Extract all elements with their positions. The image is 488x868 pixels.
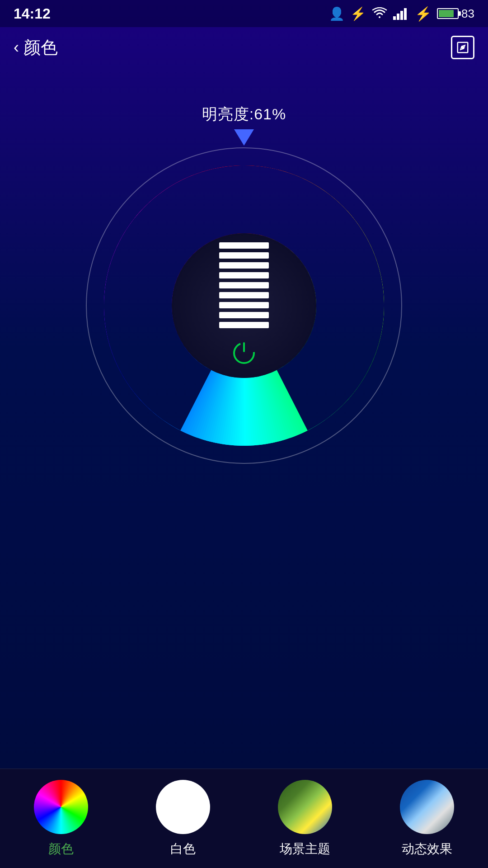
tab-white[interactable]: 白色 [138, 780, 228, 858]
color-wheel-container[interactable] [81, 143, 407, 468]
battery-icon [437, 8, 459, 19]
edit-button[interactable] [451, 36, 474, 59]
tab-color-label: 颜色 [48, 840, 74, 858]
app-header: ‹ 颜色 [0, 27, 488, 68]
svg-point-5 [462, 47, 464, 48]
battery-fill [439, 10, 454, 17]
main-content: 明亮度:61% [0, 68, 488, 468]
svg-rect-0 [393, 16, 396, 20]
tab-scene-label: 场景主题 [280, 840, 330, 858]
edit-icon-svg [456, 41, 469, 54]
tab-bar: 颜色 白色 场景主题 动态效果 [0, 769, 488, 868]
battery: 83 [437, 7, 474, 21]
brightness-bars[interactable] [219, 242, 269, 328]
back-arrow-icon: ‹ [14, 39, 19, 56]
tab-dynamic-label: 动态效果 [402, 840, 452, 858]
brightness-bar-5 [219, 282, 269, 288]
power-icon [230, 340, 258, 367]
tab-color[interactable]: 颜色 [16, 780, 106, 858]
charging-icon: ⚡ [415, 6, 432, 22]
tab-scene[interactable]: 场景主题 [260, 780, 350, 858]
brightness-bar-3 [219, 262, 269, 269]
usb-icon: ⚡ [350, 6, 366, 21]
brightness-bar-9 [219, 322, 269, 328]
svg-rect-1 [397, 14, 399, 20]
brightness-bar-8 [219, 312, 269, 318]
hue-indicator [234, 129, 254, 146]
signal-icon [393, 7, 409, 20]
back-button[interactable]: ‹ 颜色 [14, 36, 58, 59]
tab-dynamic[interactable]: 动态效果 [382, 780, 472, 858]
brightness-bar-1 [219, 242, 269, 249]
status-time: 14:12 [14, 5, 51, 22]
tab-dynamic-thumb [400, 780, 454, 834]
brightness-bar-6 [219, 292, 269, 298]
battery-text: 83 [461, 7, 474, 21]
brightness-label: 明亮度:61% [202, 104, 286, 125]
status-icons: 👤 ⚡ ⚡ 83 [329, 6, 474, 22]
person-icon: 👤 [329, 6, 345, 21]
svg-rect-2 [400, 11, 403, 20]
wifi-icon [371, 7, 388, 20]
page-title: 颜色 [23, 36, 58, 59]
brightness-bar-7 [219, 302, 269, 308]
tab-scene-thumb [278, 780, 332, 834]
power-button[interactable] [228, 337, 260, 369]
center-circle [172, 233, 316, 378]
tab-color-thumb [34, 780, 88, 834]
tab-white-thumb [156, 780, 210, 834]
brightness-bar-4 [219, 272, 269, 278]
brightness-bar-2 [219, 252, 269, 259]
status-bar: 14:12 👤 ⚡ ⚡ 83 [0, 0, 488, 27]
tab-white-label: 白色 [170, 840, 196, 858]
svg-rect-3 [404, 8, 407, 20]
